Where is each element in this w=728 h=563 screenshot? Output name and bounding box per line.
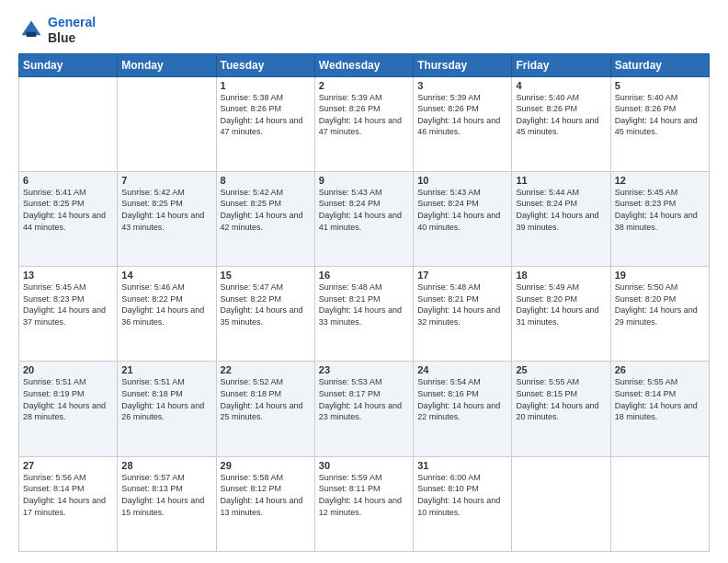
logo-text: General Blue (48, 15, 96, 46)
day-number: 27 (23, 460, 113, 471)
day-cell (610, 456, 709, 551)
col-header-thursday: Thursday (414, 53, 512, 76)
day-cell: 10Sunrise: 5:43 AMSunset: 8:24 PMDayligh… (414, 171, 512, 266)
day-cell: 11Sunrise: 5:44 AMSunset: 8:24 PMDayligh… (512, 171, 610, 266)
day-cell: 6Sunrise: 5:41 AMSunset: 8:25 PMDaylight… (19, 171, 118, 266)
day-info: Sunrise: 5:39 AMSunset: 8:26 PMDaylight:… (319, 92, 409, 138)
day-cell: 1Sunrise: 5:38 AMSunset: 8:26 PMDaylight… (216, 76, 314, 171)
day-info: Sunrise: 5:53 AMSunset: 8:17 PMDaylight:… (319, 376, 409, 422)
day-number: 12 (615, 175, 705, 186)
day-number: 29 (221, 460, 311, 471)
week-row-1: 1Sunrise: 5:38 AMSunset: 8:26 PMDaylight… (19, 76, 710, 171)
day-info: Sunrise: 5:42 AMSunset: 8:25 PMDaylight:… (221, 187, 311, 233)
day-cell: 8Sunrise: 5:42 AMSunset: 8:25 PMDaylight… (216, 171, 314, 266)
day-info: Sunrise: 5:43 AMSunset: 8:24 PMDaylight:… (417, 187, 507, 233)
day-number: 8 (221, 175, 311, 186)
day-cell: 16Sunrise: 5:48 AMSunset: 8:21 PMDayligh… (314, 267, 413, 362)
day-info: Sunrise: 5:59 AMSunset: 8:11 PMDaylight:… (319, 472, 409, 518)
day-number: 26 (615, 364, 705, 375)
day-number: 31 (417, 460, 507, 471)
day-info: Sunrise: 5:58 AMSunset: 8:12 PMDaylight:… (221, 472, 311, 518)
header: General Blue (18, 15, 710, 46)
day-info: Sunrise: 5:38 AMSunset: 8:26 PMDaylight:… (221, 92, 311, 138)
day-info: Sunrise: 5:44 AMSunset: 8:24 PMDaylight:… (516, 187, 606, 233)
day-number: 20 (23, 364, 113, 375)
day-number: 21 (121, 364, 211, 375)
week-row-4: 20Sunrise: 5:51 AMSunset: 8:19 PMDayligh… (19, 362, 710, 456)
day-info: Sunrise: 5:49 AMSunset: 8:20 PMDaylight:… (516, 282, 606, 327)
day-number: 7 (121, 175, 211, 186)
day-info: Sunrise: 5:56 AMSunset: 8:14 PMDaylight:… (23, 472, 113, 518)
day-cell: 17Sunrise: 5:48 AMSunset: 8:21 PMDayligh… (414, 267, 512, 362)
day-number: 15 (221, 270, 311, 281)
logo-icon (18, 17, 44, 43)
day-number: 23 (319, 364, 409, 375)
col-header-friday: Friday (512, 53, 610, 76)
day-number: 3 (417, 80, 507, 91)
day-cell: 30Sunrise: 5:59 AMSunset: 8:11 PMDayligh… (314, 456, 413, 551)
page: General Blue SundayMondayTuesdayWednesda… (0, 0, 728, 563)
col-header-wednesday: Wednesday (314, 53, 413, 76)
day-cell: 24Sunrise: 5:54 AMSunset: 8:16 PMDayligh… (414, 362, 512, 456)
day-info: Sunrise: 6:00 AMSunset: 8:10 PMDaylight:… (417, 472, 507, 518)
week-row-5: 27Sunrise: 5:56 AMSunset: 8:14 PMDayligh… (19, 456, 710, 551)
day-number: 6 (23, 175, 113, 186)
day-info: Sunrise: 5:39 AMSunset: 8:26 PMDaylight:… (417, 92, 507, 138)
day-info: Sunrise: 5:40 AMSunset: 8:26 PMDaylight:… (516, 92, 606, 138)
col-header-monday: Monday (118, 53, 216, 76)
day-cell: 7Sunrise: 5:42 AMSunset: 8:25 PMDaylight… (118, 171, 216, 266)
day-cell: 21Sunrise: 5:51 AMSunset: 8:18 PMDayligh… (118, 362, 216, 456)
day-info: Sunrise: 5:57 AMSunset: 8:13 PMDaylight:… (121, 472, 211, 518)
day-number: 25 (516, 364, 606, 375)
day-cell: 20Sunrise: 5:51 AMSunset: 8:19 PMDayligh… (19, 362, 118, 456)
day-number: 13 (23, 270, 113, 281)
day-info: Sunrise: 5:42 AMSunset: 8:25 PMDaylight:… (121, 187, 211, 233)
day-info: Sunrise: 5:40 AMSunset: 8:26 PMDaylight:… (615, 92, 705, 138)
day-cell: 15Sunrise: 5:47 AMSunset: 8:22 PMDayligh… (216, 267, 314, 362)
day-info: Sunrise: 5:45 AMSunset: 8:23 PMDaylight:… (615, 187, 705, 233)
day-number: 16 (319, 270, 409, 281)
day-cell: 23Sunrise: 5:53 AMSunset: 8:17 PMDayligh… (314, 362, 413, 456)
day-info: Sunrise: 5:54 AMSunset: 8:16 PMDaylight:… (417, 376, 507, 422)
day-number: 30 (319, 460, 409, 471)
logo: General Blue (18, 15, 96, 46)
day-number: 4 (516, 80, 606, 91)
day-number: 22 (221, 364, 311, 375)
day-cell: 31Sunrise: 6:00 AMSunset: 8:10 PMDayligh… (414, 456, 512, 551)
day-cell: 5Sunrise: 5:40 AMSunset: 8:26 PMDaylight… (610, 76, 709, 171)
week-row-2: 6Sunrise: 5:41 AMSunset: 8:25 PMDaylight… (19, 171, 710, 266)
day-number: 19 (615, 270, 705, 281)
day-cell: 25Sunrise: 5:55 AMSunset: 8:15 PMDayligh… (512, 362, 610, 456)
day-info: Sunrise: 5:51 AMSunset: 8:18 PMDaylight:… (121, 376, 211, 422)
day-info: Sunrise: 5:51 AMSunset: 8:19 PMDaylight:… (23, 376, 113, 422)
day-number: 1 (221, 80, 311, 91)
col-header-tuesday: Tuesday (216, 53, 314, 76)
day-info: Sunrise: 5:48 AMSunset: 8:21 PMDaylight:… (319, 282, 409, 327)
day-cell: 9Sunrise: 5:43 AMSunset: 8:24 PMDaylight… (314, 171, 413, 266)
day-info: Sunrise: 5:55 AMSunset: 8:14 PMDaylight:… (615, 376, 705, 422)
day-info: Sunrise: 5:50 AMSunset: 8:20 PMDaylight:… (615, 282, 705, 327)
day-cell: 2Sunrise: 5:39 AMSunset: 8:26 PMDaylight… (314, 76, 413, 171)
day-cell: 29Sunrise: 5:58 AMSunset: 8:12 PMDayligh… (216, 456, 314, 551)
day-info: Sunrise: 5:41 AMSunset: 8:25 PMDaylight:… (23, 187, 113, 233)
day-cell: 4Sunrise: 5:40 AMSunset: 8:26 PMDaylight… (512, 76, 610, 171)
day-cell (118, 76, 216, 171)
day-cell: 14Sunrise: 5:46 AMSunset: 8:22 PMDayligh… (118, 267, 216, 362)
day-number: 17 (417, 270, 507, 281)
day-cell: 27Sunrise: 5:56 AMSunset: 8:14 PMDayligh… (19, 456, 118, 551)
day-cell: 18Sunrise: 5:49 AMSunset: 8:20 PMDayligh… (512, 267, 610, 362)
svg-rect-2 (27, 32, 37, 37)
day-info: Sunrise: 5:43 AMSunset: 8:24 PMDaylight:… (319, 187, 409, 233)
day-cell: 3Sunrise: 5:39 AMSunset: 8:26 PMDaylight… (414, 76, 512, 171)
day-number: 28 (121, 460, 211, 471)
day-info: Sunrise: 5:45 AMSunset: 8:23 PMDaylight:… (23, 282, 113, 327)
calendar-table: SundayMondayTuesdayWednesdayThursdayFrid… (18, 53, 710, 552)
day-number: 9 (319, 175, 409, 186)
day-info: Sunrise: 5:52 AMSunset: 8:18 PMDaylight:… (221, 376, 311, 422)
day-number: 24 (417, 364, 507, 375)
day-cell: 28Sunrise: 5:57 AMSunset: 8:13 PMDayligh… (118, 456, 216, 551)
day-number: 5 (615, 80, 705, 91)
day-number: 2 (319, 80, 409, 91)
day-cell (512, 456, 610, 551)
day-cell: 26Sunrise: 5:55 AMSunset: 8:14 PMDayligh… (610, 362, 709, 456)
